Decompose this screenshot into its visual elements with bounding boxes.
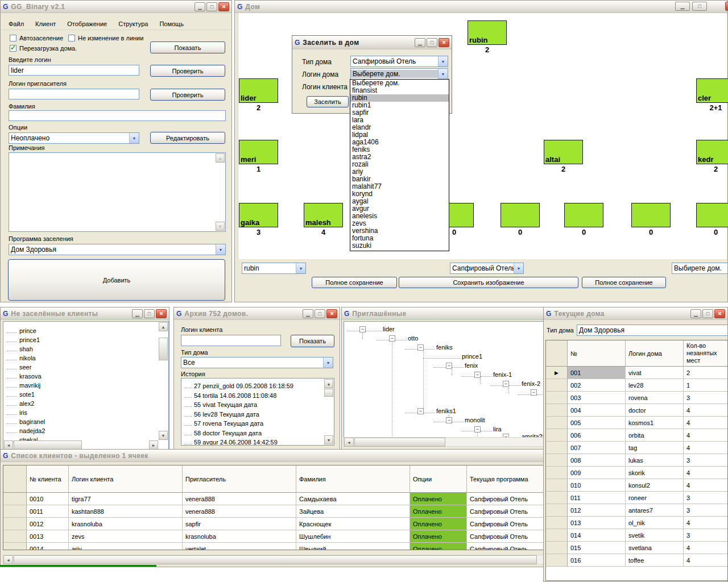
- row-selector[interactable]: [546, 479, 568, 492]
- maximize-button[interactable]: □: [206, 2, 217, 11]
- table-row[interactable]: 010 konsul2 4: [546, 479, 727, 492]
- collapse-icon[interactable]: −: [417, 344, 424, 351]
- scrollbar-thumb[interactable]: [324, 389, 333, 397]
- house-login-combo[interactable]: rubin ▼: [242, 263, 306, 274]
- scrollbar-thumb[interactable]: [159, 338, 168, 360]
- house-login-cell[interactable]: toffee: [626, 554, 684, 567]
- scroll-up-button[interactable]: ▲: [324, 379, 333, 388]
- history-item[interactable]: 54 tortila 14.06.2008 11:08:48: [185, 391, 293, 401]
- select-house-field[interactable]: Выбирете дом.: [672, 263, 728, 274]
- client-item[interactable]: seer: [7, 363, 45, 372]
- column-header[interactable]: Пригласитель: [183, 465, 296, 493]
- house-num-cell[interactable]: 003: [568, 392, 626, 404]
- client-login-cell[interactable]: kashtan888: [69, 505, 183, 518]
- row-selector[interactable]: [546, 467, 568, 479]
- scroll-down-button[interactable]: ▼: [324, 435, 333, 444]
- column-header[interactable]: Логин клиента: [69, 465, 183, 493]
- client-item[interactable]: shah: [7, 344, 45, 354]
- close-button[interactable]: ✕: [156, 309, 167, 318]
- close-button[interactable]: ✕: [439, 38, 449, 47]
- maximize-button[interactable]: □: [144, 309, 155, 318]
- house-type-field[interactable]: Дом Здоровья: [577, 325, 728, 336]
- house-login-cell[interactable]: lev28: [626, 379, 684, 392]
- row-selector[interactable]: [3, 518, 27, 530]
- table-row[interactable]: 016 toffee 4: [546, 554, 727, 567]
- free-places-cell[interactable]: 4: [684, 442, 728, 454]
- house-num-cell[interactable]: 011: [568, 492, 626, 504]
- house-num-cell[interactable]: 010: [568, 479, 626, 492]
- scroll-up-button[interactable]: ▲: [159, 322, 168, 331]
- client-num-cell[interactable]: 0010: [27, 493, 69, 505]
- program-cell[interactable]: Сапфировый Отель: [467, 505, 544, 518]
- collapse-icon[interactable]: −: [446, 363, 452, 369]
- table-row[interactable]: 009 skorik 4: [546, 467, 727, 479]
- house-box[interactable]: cler 2+1: [696, 78, 728, 112]
- close-button[interactable]: ✕: [218, 2, 229, 11]
- table-row[interactable]: 002 lev28 1: [546, 379, 727, 392]
- close-button[interactable]: ✕: [714, 309, 725, 318]
- minimize-button[interactable]: ▁: [195, 2, 205, 11]
- scroll-down-button[interactable]: ▼: [159, 431, 168, 440]
- row-selector[interactable]: [546, 454, 568, 467]
- house-num-cell[interactable]: 009: [568, 467, 626, 479]
- full-save-right-button[interactable]: Полное сохранение: [582, 277, 666, 288]
- client-login-input[interactable]: [181, 335, 281, 346]
- scroll-left-button[interactable]: ◄: [3, 555, 13, 564]
- program-cell[interactable]: Сапфировый Отель: [467, 493, 544, 505]
- row-selector[interactable]: [546, 492, 568, 504]
- house-type-combo[interactable]: Сапфировый Отель ▼: [350, 56, 448, 67]
- maximize-button[interactable]: □: [692, 2, 707, 11]
- history-item[interactable]: 59 avgur 24.06.2008 14:42:59: [185, 438, 293, 446]
- history-item[interactable]: 55 vivat Текущая дата: [185, 400, 293, 410]
- inviter-cell[interactable]: sapfir: [183, 518, 296, 530]
- chevron-down-icon[interactable]: ▼: [438, 56, 448, 66]
- chevron-down-icon[interactable]: ▼: [296, 263, 305, 273]
- options-combo[interactable]: Неоплачено ▼: [9, 132, 139, 144]
- house-login-cell[interactable]: kosmos1: [626, 417, 684, 429]
- check-login-button[interactable]: Проверить: [150, 65, 225, 77]
- house-num-cell[interactable]: 006: [568, 429, 626, 442]
- program-cell[interactable]: Сапфировый Отель: [467, 530, 544, 543]
- options-cell[interactable]: Оплачено: [410, 543, 467, 550]
- client-item[interactable]: nadejda2: [7, 426, 45, 435]
- house-box[interactable]: rubin 2: [468, 20, 507, 54]
- house-login-cell[interactable]: doctor: [626, 404, 684, 417]
- scroll-right-button[interactable]: ►: [149, 440, 158, 450]
- table-row[interactable]: 011 roneer 3: [546, 492, 727, 504]
- chevron-down-icon[interactable]: ▼: [514, 263, 523, 273]
- row-selector[interactable]: [546, 517, 568, 529]
- table-row[interactable]: 0010 tigra77 venera888 Самдыхаева Оплаче…: [3, 493, 544, 505]
- client-num-cell[interactable]: 0013: [27, 530, 69, 543]
- settle-dialog-titlebar[interactable]: G Заселить в дом ▁ □ ✕: [292, 36, 452, 49]
- minimize-button[interactable]: ▁: [415, 38, 425, 47]
- tree-node[interactable]: − feniks1: [405, 408, 456, 414]
- menu-item[interactable]: Клиент: [32, 20, 59, 28]
- options-cell[interactable]: Оплачено: [410, 530, 467, 543]
- add-button[interactable]: Добавить: [8, 259, 225, 301]
- collapse-icon[interactable]: −: [389, 335, 395, 342]
- show-button[interactable]: Показать: [291, 335, 334, 347]
- login-input[interactable]: [9, 65, 139, 76]
- tree-node[interactable]: − fenix: [433, 362, 478, 369]
- house-login-cell[interactable]: konsul2: [626, 479, 684, 492]
- house-login-cell[interactable]: lukas: [626, 454, 684, 467]
- house-box[interactable]: gaika 3: [239, 203, 278, 236]
- free-places-cell[interactable]: 4: [684, 479, 728, 492]
- house-login-cell[interactable]: rovena: [626, 392, 684, 404]
- clients-titlebar[interactable]: G Список клиентов - выделенно 1 ячеек: [1, 450, 545, 462]
- surname-cell[interactable]: Шушлебин: [296, 530, 410, 543]
- client-item[interactable]: nikola: [7, 354, 45, 363]
- house-num-cell[interactable]: 014: [568, 529, 626, 542]
- tree-node[interactable]: − fenix-1: [462, 371, 512, 378]
- scrollbar-thumb[interactable]: [14, 555, 537, 564]
- close-button[interactable]: ✕: [326, 309, 337, 318]
- chevron-down-icon[interactable]: ▼: [129, 133, 139, 143]
- menu-item[interactable]: Помощь: [156, 20, 187, 28]
- row-selector[interactable]: [546, 367, 568, 379]
- house-login-cell[interactable]: tag: [626, 442, 684, 454]
- house-login-dropdown[interactable]: Выберете дом.finansistrubinrubin1sapfirl…: [350, 79, 449, 251]
- table-row[interactable]: 003 rovena 3: [546, 392, 727, 404]
- house-type-combo[interactable]: Сапфировый Отель ▼: [450, 263, 524, 274]
- scrollbar-thumb[interactable]: [354, 438, 445, 447]
- house-box[interactable]: 0: [500, 203, 540, 236]
